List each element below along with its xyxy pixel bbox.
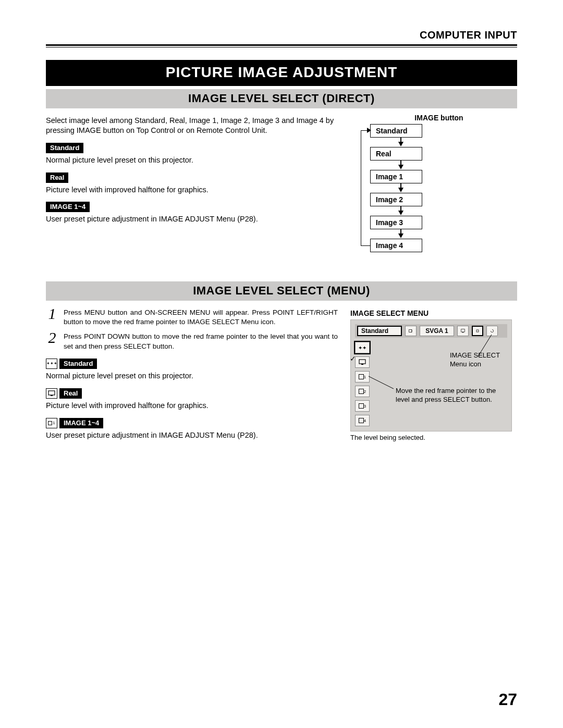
- image-button-diagram: IMAGE button Standard Real Image 1 Image…: [361, 108, 517, 252]
- def-desc-real-2: Picture level with improved halftone for…: [46, 401, 338, 411]
- step-number-2: 2: [46, 330, 58, 351]
- step-number-1: 1: [46, 306, 58, 327]
- loop-arrow-icon: [367, 128, 371, 133]
- section-heading-menu: IMAGE LEVEL SELECT (MENU): [46, 281, 517, 301]
- def-tag-image14: IMAGE 1~4: [46, 202, 90, 212]
- real-icon: [46, 388, 57, 399]
- svg-line-9: [369, 376, 394, 389]
- standard-icon: ✦✦✦: [46, 359, 57, 369]
- def-desc-image14-2: User preset picture adjustment in IMAGE …: [46, 430, 338, 440]
- step-text-1: Press MENU button and ON-SCREEN MENU wil…: [64, 306, 338, 327]
- section2-right: IMAGE SELECT MENU Standard SVGA 1: [350, 301, 517, 441]
- header-rule: [46, 44, 517, 47]
- loop-return-line: [361, 130, 370, 246]
- arrow-down-icon: [400, 206, 514, 216]
- arrow-down-icon: [400, 161, 514, 170]
- def-tag-real: Real: [46, 172, 68, 183]
- def-tag-standard: Standard: [46, 143, 83, 153]
- svg-rect-1: [51, 395, 53, 396]
- callout-image-select: IMAGE SELECT Menu icon: [450, 351, 508, 369]
- arrow-down-icon: [400, 138, 514, 147]
- svg-rect-0: [48, 391, 55, 395]
- section1-intro: Select image level among Standard, Real,…: [46, 116, 348, 135]
- def-desc-image14: User preset picture adjustment in IMAGE …: [46, 214, 348, 224]
- section1-left: Select image level among Standard, Real,…: [46, 108, 348, 252]
- menu-screenshot: Standard SVGA 1 ✓: [350, 319, 512, 431]
- image14-icon: 1: [46, 418, 57, 428]
- callout-move-pointer: Move the red frame pointer to the level …: [396, 387, 505, 404]
- seq-image1: Image 1: [370, 170, 422, 183]
- menu-shot-title: IMAGE SELECT MENU: [350, 309, 517, 317]
- def-desc-standard: Normal picture level preset on this proj…: [46, 155, 348, 165]
- main-title: PICTURE IMAGE ADJUSTMENT: [46, 60, 517, 86]
- def-tag-image14-2: IMAGE 1~4: [59, 418, 103, 428]
- seq-image3: Image 3: [370, 216, 422, 229]
- arrow-down-icon: [400, 229, 514, 239]
- seq-image2: Image 2: [370, 193, 422, 206]
- arrow-down-icon: [400, 183, 514, 193]
- section2-left: 1 Press MENU button and ON-SCREEN MENU w…: [46, 301, 338, 441]
- def-tag-standard-2: Standard: [59, 359, 97, 369]
- callout-lines: [351, 320, 512, 432]
- page-number: 27: [498, 690, 517, 709]
- seq-standard: Standard: [370, 124, 422, 138]
- page-header: COMPUTER INPUT: [46, 29, 517, 41]
- seq-real: Real: [370, 147, 422, 161]
- menu-caption: The level being selected.: [350, 434, 517, 441]
- step-text-2: Press POINT DOWN button to move the red …: [64, 330, 338, 351]
- def-desc-real: Picture level with improved halftone for…: [46, 185, 348, 195]
- diagram-title: IMAGE button: [361, 114, 517, 122]
- def-tag-real-2: Real: [59, 388, 82, 399]
- seq-image4: Image 4: [370, 239, 422, 252]
- section-heading-direct: IMAGE LEVEL SELECT (DIRECT): [46, 89, 517, 108]
- def-desc-standard-2: Normal picture level preset on this proj…: [46, 371, 338, 381]
